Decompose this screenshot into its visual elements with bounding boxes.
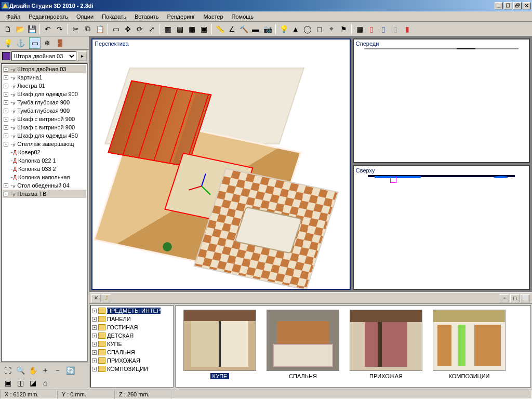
paste-icon[interactable]: 📋 [94, 23, 105, 35]
anchor-icon[interactable]: ⚓ [15, 37, 26, 49]
tree-item[interactable]: ···ДКолонка напольная [3, 173, 86, 181]
restore-button[interactable]: 🗗 [513, 2, 522, 9]
category-item[interactable]: +КУПЕ [92, 340, 172, 348]
category-item[interactable]: +ПРЕДМЕТЫ ИНТЕР [92, 307, 172, 315]
snap4-icon[interactable]: ▮ [402, 23, 413, 35]
wall-icon[interactable]: ▬ [250, 23, 261, 35]
expand-icon[interactable]: + [4, 125, 8, 130]
layout2-icon[interactable]: ▤ [174, 23, 185, 35]
tree-item[interactable]: ···ДКолонка 022 1 [3, 156, 86, 165]
freeze-icon[interactable]: ❄ [42, 37, 53, 49]
viewport-front[interactable]: Спереди [353, 38, 530, 163]
gallery-close-icon[interactable]: ✕ [91, 294, 101, 302]
tree-item[interactable]: +···ℊЛюстра 01 [3, 82, 86, 90]
menu-file[interactable]: Файл [2, 12, 24, 21]
menu-show[interactable]: Показать [98, 12, 130, 21]
color-swatch[interactable] [2, 52, 10, 60]
snap2-icon[interactable]: ▯ [378, 23, 389, 35]
layout4-icon[interactable]: ▣ [198, 23, 209, 35]
thumbnail[interactable]: КУПЕ [183, 310, 256, 383]
cone-icon[interactable]: ▲ [290, 23, 301, 35]
isolate-icon[interactable]: ▭ [29, 37, 41, 49]
expand-icon[interactable]: + [4, 67, 8, 72]
tree-item[interactable]: +···ℊШкаф для одежды 450 [3, 131, 86, 140]
viewport-perspective-title[interactable]: Перспектива [92, 39, 350, 48]
redo-icon[interactable]: ↷ [54, 23, 65, 35]
expand-icon[interactable]: + [4, 183, 8, 188]
menu-help[interactable]: Помощь [228, 12, 258, 21]
menu-render[interactable]: Рендеринг [163, 12, 200, 21]
measure-icon[interactable]: 📏 [214, 23, 225, 35]
viewport-top[interactable]: Сверху [353, 165, 530, 290]
snap3-icon[interactable]: ▯ [390, 23, 401, 35]
expand-icon[interactable]: + [92, 358, 97, 363]
light-icon[interactable]: 💡 [278, 23, 289, 35]
expand-icon[interactable]: + [4, 117, 8, 122]
close-button[interactable]: ✕ [523, 2, 531, 9]
select-icon[interactable]: ▭ [110, 23, 122, 35]
scene-tree[interactable]: +···ℊШтора двойная 03+···ℊКартина1+···ℊЛ… [1, 63, 88, 362]
tree-item[interactable]: +···ℊШтора двойная 03 [3, 65, 86, 73]
move-icon[interactable]: ✥ [122, 23, 134, 35]
thumbnail-strip[interactable]: КУПЕСПАЛЬНЯПРИХОЖАЯКОМПОЗИЦИИ [176, 305, 531, 388]
expand-icon[interactable]: + [4, 75, 8, 80]
thumbnail[interactable]: СПАЛЬНЯ [267, 310, 339, 383]
snap1-icon[interactable]: ▯ [366, 23, 377, 35]
expand-icon[interactable]: + [4, 134, 8, 138]
undo-icon[interactable]: ↶ [42, 23, 54, 35]
expand-icon[interactable]: + [92, 325, 97, 330]
tree-item[interactable]: +···ℊСтол обеденный 04 [3, 181, 86, 190]
angle-icon[interactable]: ∠ [226, 23, 237, 35]
view-reset-icon[interactable]: ⌂ [39, 377, 51, 389]
cube-icon[interactable]: ◻ [314, 23, 325, 35]
gallery-view-large-icon[interactable]: ⬜ [521, 294, 530, 302]
expand-icon[interactable]: + [4, 142, 8, 147]
tree-item[interactable]: +···ℊШкаф для одежды 900 [3, 90, 86, 98]
fit-all-icon[interactable]: ◫ [15, 377, 26, 389]
layout3-icon[interactable]: ▦ [186, 23, 197, 35]
grid-icon[interactable]: ▦ [354, 23, 365, 35]
expand-icon[interactable]: + [92, 342, 97, 347]
tree-item[interactable]: +···ℊТумба глубокая 900 [3, 98, 86, 107]
hammer-icon[interactable]: 🔨 [238, 23, 249, 35]
menu-options[interactable]: Опции [72, 12, 98, 21]
tree-item[interactable]: +···ℊТумба глубокая 900 [3, 107, 86, 115]
viewport-perspective[interactable]: Перспектива [91, 38, 351, 290]
expand-icon[interactable]: + [92, 334, 97, 338]
category-item[interactable]: +ПРИХОЖАЯ [92, 356, 172, 365]
cut-icon[interactable]: ✂ [70, 23, 82, 35]
expand-icon[interactable]: + [92, 350, 97, 355]
tree-item[interactable]: ···ДКолонка 033 2 [3, 165, 86, 173]
fit-icon[interactable]: ▣ [2, 377, 14, 389]
tree-item[interactable]: ···ДКовер02 [3, 148, 86, 156]
tree-item[interactable]: +···ℊСтеллаж завершающ [3, 140, 86, 148]
tree-item[interactable]: +···ℊШкаф с витриной 900 [3, 115, 86, 123]
flag-icon[interactable]: ⚑ [338, 23, 349, 35]
fit-sel-icon[interactable]: ◪ [27, 377, 38, 389]
expand-icon[interactable]: + [92, 317, 97, 322]
category-item[interactable]: +ПАНЕЛИ [92, 315, 172, 323]
target-icon[interactable]: ⌖ [326, 23, 337, 35]
thumbnail[interactable]: ПРИХОЖАЯ [350, 310, 422, 383]
save-icon[interactable]: 💾 [26, 23, 37, 35]
thumbnail[interactable]: КОМПОЗИЦИИ [433, 310, 506, 383]
pan-icon[interactable]: ✋ [27, 365, 38, 376]
layout1-icon[interactable]: ▥ [162, 23, 174, 35]
open-icon[interactable]: 📂 [14, 23, 25, 35]
expand-icon[interactable]: + [92, 309, 97, 313]
object-go-button[interactable]: ▸ [77, 51, 87, 61]
tree-item[interactable]: +···ℊПлазма ТВ [3, 190, 86, 198]
expand-icon[interactable]: + [4, 84, 8, 88]
minimize-button[interactable]: _ [495, 2, 503, 9]
copy-icon[interactable]: ⧉ [82, 23, 94, 35]
category-tree[interactable]: +ПРЕДМЕТЫ ИНТЕР+ПАНЕЛИ+ГОСТИНАЯ+ДЕТСКАЯ+… [90, 305, 174, 388]
zoom-in-icon[interactable]: ＋ [39, 365, 51, 376]
perspective-scene[interactable] [92, 48, 350, 289]
menu-edit[interactable]: Редактировать [24, 12, 72, 21]
gallery-up-icon[interactable]: ⤴ [102, 294, 111, 302]
category-item[interactable]: +КОМПОЗИЦИИ [92, 365, 172, 373]
sphere-icon[interactable]: ◯ [302, 23, 313, 35]
rotate-icon[interactable]: ⟳ [134, 23, 145, 35]
gallery-view-small-icon[interactable]: ▫ [500, 294, 509, 302]
gallery-view-medium-icon[interactable]: ◻ [510, 294, 520, 302]
